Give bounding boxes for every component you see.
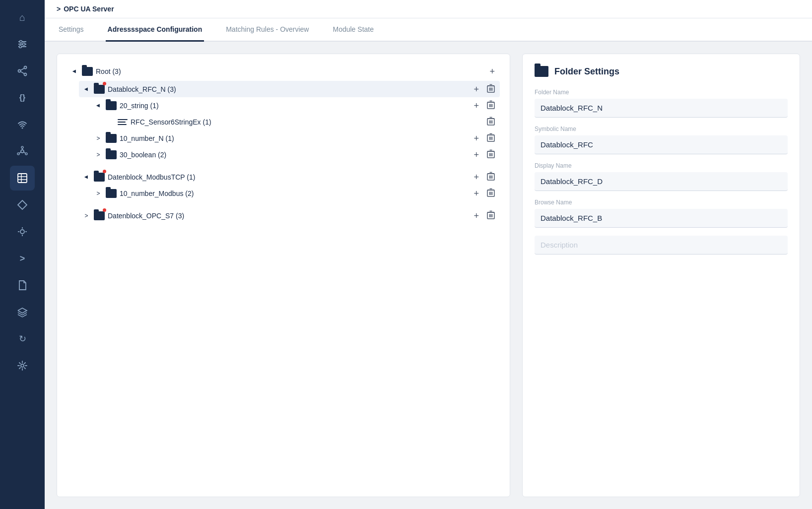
symbolic-name-value[interactable]: Datablock_RFC: [535, 135, 788, 154]
tree-root: ▼ Root (3) + ▼ Datablock_RFC_N (3) +: [67, 64, 500, 224]
tree-row-10number[interactable]: > 10_number_N (1) +: [91, 130, 500, 146]
layers-icon[interactable]: [10, 300, 35, 324]
30boolean-add-button[interactable]: +: [472, 149, 481, 160]
opc-s7-actions: +: [472, 209, 497, 222]
tab-matching[interactable]: Matching Rules - Overview: [224, 18, 311, 42]
breadcrumb-chevron-icon: >: [57, 5, 61, 13]
modbus-10number-folder-icon: [106, 189, 117, 198]
opc-s7-toggle[interactable]: >: [82, 211, 91, 220]
opc-s7-delete-button[interactable]: [485, 209, 497, 222]
datablock-rfc-delete-button[interactable]: [485, 83, 497, 95]
tree-row-modbus[interactable]: ▼ Datenblock_ModbusTCP (1) +: [79, 169, 500, 185]
modbus-10number-delete-button[interactable]: [485, 187, 497, 199]
modbus-toggle[interactable]: ▼: [82, 173, 91, 182]
datablock-rfc-add-button[interactable]: +: [472, 84, 481, 95]
folder-name-group: Folder Name Datablock_RFC_N: [535, 89, 788, 118]
svg-point-4: [23, 43, 25, 46]
diamond-icon[interactable]: [10, 192, 35, 217]
browse-name-value[interactable]: Datablock_RFC_B: [535, 209, 788, 228]
rfc-sensor-delete-button[interactable]: [485, 116, 497, 128]
description-group: Description: [535, 236, 788, 254]
settings2-icon[interactable]: [10, 353, 35, 378]
main-content: > OPC UA Server Settings Adresssspace Co…: [45, 0, 812, 509]
svg-line-10: [20, 71, 24, 74]
settings-header: Folder Settings: [535, 66, 788, 77]
svg-point-11: [22, 127, 23, 129]
tree-row-modbus-10number[interactable]: > 10_number_Modbus (2) +: [91, 185, 500, 201]
20string-folder-icon: [106, 101, 117, 110]
wifi-icon[interactable]: [10, 112, 35, 137]
file-icon[interactable]: [10, 273, 35, 298]
modbus-add-button[interactable]: +: [472, 172, 481, 183]
20string-actions: +: [472, 99, 497, 112]
rfc-sensor-label: RFC_Sensor6StringEx (1): [131, 118, 482, 126]
datablock-rfc-toggle[interactable]: ▼: [82, 85, 91, 94]
tab-settings[interactable]: Settings: [57, 18, 86, 42]
10number-toggle[interactable]: >: [94, 134, 103, 143]
rfc-list-icon: [118, 118, 128, 126]
10number-add-button[interactable]: +: [472, 133, 481, 144]
svg-point-24: [20, 230, 24, 234]
settings-title: Folder Settings: [554, 66, 619, 77]
cursor-icon[interactable]: [10, 219, 35, 244]
symbolic-name-group: Symbolic Name Datablock_RFC: [535, 126, 788, 154]
30boolean-delete-button[interactable]: [485, 148, 497, 161]
30boolean-toggle[interactable]: >: [94, 150, 103, 159]
20string-add-button[interactable]: +: [472, 100, 481, 111]
breadcrumb-label: OPC UA Server: [64, 5, 114, 13]
modbus-delete-button[interactable]: [485, 171, 497, 183]
svg-line-9: [20, 68, 24, 71]
svg-point-6: [24, 66, 27, 69]
svg-point-29: [21, 364, 24, 367]
10number-folder-icon: [106, 134, 117, 143]
tree-row-30boolean[interactable]: > 30_boolean (2) +: [91, 146, 500, 163]
root-folder-icon: [82, 67, 93, 76]
opc-s7-add-button[interactable]: +: [472, 210, 481, 221]
tree-row-rfc-sensor[interactable]: RFC_Sensor6StringEx (1): [103, 114, 500, 130]
folder-name-label: Folder Name: [535, 89, 788, 96]
modbus-label: Datenblock_ModbusTCP (1): [108, 173, 469, 181]
content-area: ▼ Root (3) + ▼ Datablock_RFC_N (3) +: [45, 42, 812, 509]
tree-panel: ▼ Root (3) + ▼ Datablock_RFC_N (3) +: [57, 54, 510, 497]
svg-line-18: [19, 152, 21, 153]
tab-adressspace[interactable]: Adresssspace Configuration: [106, 18, 204, 42]
description-placeholder[interactable]: Description: [535, 236, 788, 254]
20string-toggle[interactable]: ▼: [94, 101, 103, 110]
home-icon[interactable]: ⌂: [10, 5, 35, 30]
root-add-button[interactable]: +: [487, 66, 497, 77]
svg-point-5: [19, 46, 22, 48]
chevron-right-icon[interactable]: >: [10, 246, 35, 271]
table-icon[interactable]: [10, 166, 35, 191]
20string-delete-button[interactable]: [485, 99, 497, 112]
code-icon[interactable]: {}: [10, 85, 35, 110]
10number-actions: +: [472, 132, 497, 144]
tree-row-datablock-rfc[interactable]: ▼ Datablock_RFC_N (3) +: [79, 81, 500, 97]
browse-name-group: Browse Name Datablock_RFC_B: [535, 199, 788, 228]
modbus-actions: +: [472, 171, 497, 183]
modbus-10number-add-button[interactable]: +: [472, 188, 481, 199]
folder-name-value[interactable]: Datablock_RFC_N: [535, 99, 788, 118]
svg-marker-23: [18, 200, 27, 209]
share-icon[interactable]: [10, 59, 35, 83]
sidebar: ⌂ {}: [0, 0, 45, 509]
10number-delete-button[interactable]: [485, 132, 497, 144]
root-toggle[interactable]: ▼: [70, 67, 79, 76]
tree-row-opc-s7[interactable]: > Datenblock_OPC_S7 (3) +: [79, 207, 500, 224]
breadcrumb: > OPC UA Server: [45, 0, 812, 18]
svg-point-12: [21, 150, 24, 153]
display-name-value[interactable]: Datablock_RFC_D: [535, 172, 788, 191]
opc-s7-label: Datenblock_OPC_S7 (3): [108, 212, 469, 220]
30boolean-folder-icon: [106, 150, 117, 159]
tab-module[interactable]: Module State: [331, 18, 376, 42]
hub-icon[interactable]: [10, 139, 35, 164]
modbus-10number-toggle[interactable]: >: [94, 189, 103, 198]
refresh-icon[interactable]: ↻: [10, 326, 35, 351]
rfc-sensor-actions: [485, 116, 497, 128]
datablock-rfc-label: Datablock_RFC_N (3): [108, 85, 469, 93]
sliders-icon[interactable]: [10, 32, 35, 57]
tree-row-20string[interactable]: ▼ 20_string (1) +: [91, 97, 500, 114]
folder-settings-panel: Folder Settings Folder Name Datablock_RF…: [522, 54, 800, 497]
datablock-rfc-actions: +: [472, 83, 497, 95]
tab-bar: Settings Adresssspace Configuration Matc…: [45, 18, 812, 42]
datablock-rfc-folder-icon: [94, 85, 105, 94]
